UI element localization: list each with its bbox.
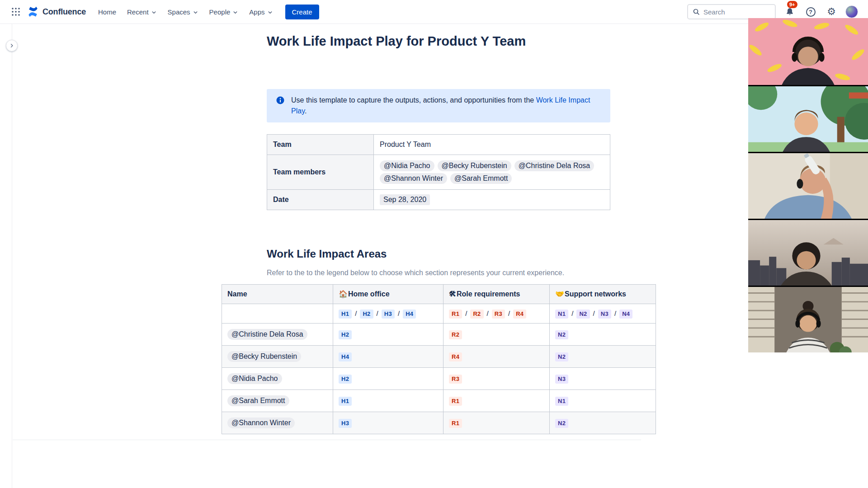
impact-role-cell: R4 [443,346,550,368]
nav-item-recent[interactable]: Recent [122,5,162,19]
status-lozenge: R1 [449,310,462,319]
sidebar-expand-button[interactable] [6,40,18,52]
impact-home-cell: H3 [333,412,443,434]
team-table-row: TeamProduct Y Team [267,135,610,155]
video-tile-5[interactable] [748,286,868,352]
mention-pill[interactable]: @Sarah Emmott [450,173,512,184]
chevron-down-icon [193,9,198,15]
status-lozenge: H2 [360,310,373,319]
mention-pill[interactable]: @Becky Rubenstein [438,160,511,171]
legend-separator: / [614,310,616,317]
video-tile-4[interactable] [748,219,868,286]
nav-item-people[interactable]: People [204,5,244,19]
video-tile-1[interactable] [748,18,868,85]
chevron-down-icon [151,9,157,15]
legend-cell-home: H1/H2/H3/H4 [333,304,443,324]
status-lozenge: N1 [555,310,568,319]
create-button[interactable]: Create [285,5,319,19]
impact-home-cell: H4 [333,346,443,368]
app-grid-icon [11,7,21,17]
team-row-label: Team members [267,155,374,190]
mention-pill[interactable]: @Shannon Winter [227,418,295,428]
status-lozenge: H3 [339,419,352,428]
impact-column-label: Support networks [565,290,626,298]
search-input[interactable] [703,8,768,16]
status-lozenge: N2 [555,419,568,428]
mention-pill[interactable]: @Christine Dela Rosa [227,329,307,340]
participant-video-5 [748,287,868,352]
impact-column-label: Home office [348,290,390,298]
impact-support-cell: N1 [550,390,656,412]
video-tile-3[interactable] [748,152,868,219]
impact-name-cell: @Sarah Emmott [222,390,333,412]
team-table-row: Team members@Nidia Pacho@Becky Rubenstei… [267,155,610,190]
page-title: Work Life Impact Play for Product Y Team [267,24,656,49]
legend-separator: / [377,310,378,317]
primary-nav: HomeRecentSpacesPeopleApps [93,5,278,19]
impact-home-cell: H2 [333,324,443,346]
nav-item-label: Home [98,8,116,16]
status-lozenge: R2 [449,330,462,339]
app-switcher-button[interactable] [8,4,24,19]
video-tile-2[interactable] [748,85,868,152]
status-lozenge: H4 [339,352,352,361]
impact-support-cell: N3 [550,368,656,390]
mention-pill[interactable]: @Becky Rubenstein [227,351,301,362]
team-row-label: Team [267,135,374,155]
nav-item-spaces[interactable]: Spaces [163,5,203,19]
info-panel-text: Use this template to capture the outputs… [291,95,601,117]
impact-column-header: 🤝Support networks [550,285,656,304]
legend-cell-support: N1/N2/N3/N4 [550,304,656,324]
mention-pill[interactable]: @Nidia Pacho [380,160,434,171]
impact-role-cell: R1 [443,390,550,412]
nav-item-home[interactable]: Home [93,5,121,19]
section-subtext: Refer to the to the legend below to choo… [267,268,656,278]
user-avatar[interactable] [845,5,858,18]
bell-icon [785,7,794,16]
search-icon [693,8,700,15]
impact-column-label: Role requirements [457,290,520,298]
impact-role-cell: R1 [443,412,550,434]
mention-pill[interactable]: @Nidia Pacho [227,373,282,384]
help-button[interactable]: ? [804,5,817,19]
nav-item-label: Recent [127,8,149,16]
mention-pill[interactable]: @Shannon Winter [380,173,447,184]
mention-pill[interactable]: @Christine Dela Rosa [514,160,594,171]
settings-button[interactable]: ⚙ [825,5,838,19]
team-row-label: Date [267,190,374,210]
confluence-home-link[interactable]: Confluence [25,6,91,18]
search-box[interactable] [687,4,776,19]
video-call-strip [748,18,868,352]
brand-name: Confluence [42,7,86,17]
status-lozenge: R3 [449,375,462,384]
status-lozenge: H1 [339,397,352,406]
impact-table-body: H1/H2/H3/H4R1/R2/R3/R4N1/N2/N3/N4 @Chris… [222,304,656,434]
impact-name-cell: @Nidia Pacho [222,368,333,390]
impact-table-header-row: Name🏠Home office🛠Role requirements🤝Suppo… [222,285,656,304]
impact-legend-row: H1/H2/H3/H4R1/R2/R3/R4N1/N2/N3/N4 [222,304,656,324]
impact-table-row: @Shannon WinterH3R1N2 [222,412,656,434]
gear-icon: ⚙ [827,7,836,17]
status-lozenge: N2 [555,352,568,361]
impact-home-cell: H2 [333,368,443,390]
status-lozenge: N4 [619,310,632,319]
legend-separator: / [508,310,510,317]
team-row-value: @Nidia Pacho@Becky Rubenstein@Christine … [374,155,610,190]
legend-separator: / [398,310,400,317]
date-lozenge: Sep 28, 2020 [380,194,430,205]
nav-item-label: People [209,8,231,16]
team-row-value: Product Y Team [374,135,610,155]
chevron-down-icon [267,9,273,15]
impact-table-row: @Nidia PachoH2R3N3 [222,368,656,390]
page-content: Work Life Impact Play for Product Y Team… [222,24,656,434]
status-lozenge: R4 [449,352,462,361]
impact-column-header: Name [222,285,333,304]
notifications-button[interactable]: 9+ [783,5,797,19]
nav-item-apps[interactable]: Apps [244,5,278,19]
section-heading: Work Life Impact Areas [267,247,656,261]
tools-emoji-icon: 🛠 [449,290,456,298]
status-lozenge: R3 [492,310,505,319]
mention-pill[interactable]: @Sarah Emmott [227,395,289,406]
legend-empty-cell [222,304,333,324]
chevron-down-icon [232,9,238,15]
